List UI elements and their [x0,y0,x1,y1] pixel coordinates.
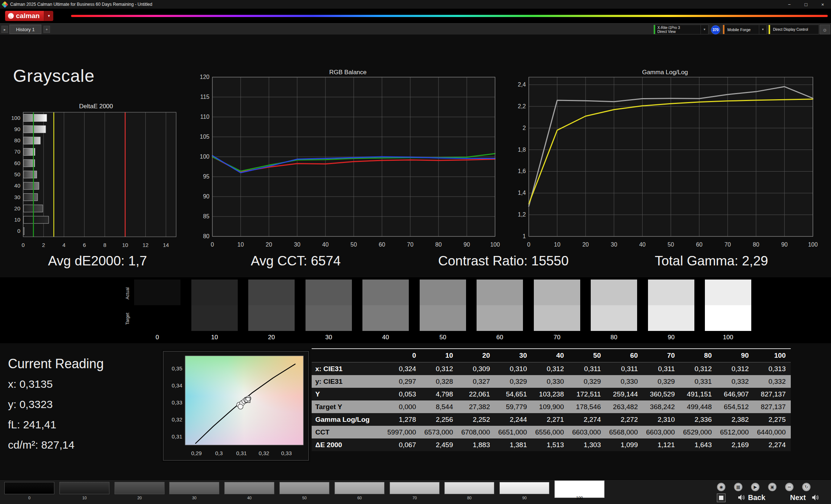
meter-count-badge[interactable]: 370 [711,25,720,34]
cie-xy-chart: 0,290,30,310,320,330,310,320,330,340,35 [163,352,308,460]
table-cell: 0,331 [680,375,717,388]
patch-button-label: 90 [499,496,549,500]
next-speaker-icon [812,494,819,502]
app-menu-caret-icon[interactable]: ▼ [44,11,53,21]
target-patch [477,305,523,331]
patch-button-50[interactable]: 50 [279,480,329,504]
loop-icon[interactable]: ∞ [785,483,794,491]
add-history-button[interactable]: + [43,26,50,33]
table-cell: 1,278 [384,413,421,426]
patch-button-70[interactable]: 70 [390,480,440,504]
save-icon[interactable]: ▣ [768,483,777,491]
patch-button-label: 0 [4,496,54,500]
table-cell: 2,310 [643,413,680,426]
meter-dropdown[interactable]: X-Rite i1Pro 3 Direct View ▼ [653,25,709,34]
svg-text:30: 30 [294,242,300,248]
svg-text:1,8: 1,8 [518,147,526,153]
svg-text:70: 70 [724,242,731,248]
actual-patch [306,280,352,305]
preview-window-button[interactable] [717,494,726,502]
svg-text:0,31: 0,31 [236,450,247,456]
stat-total-gamma: Total Gamma: 2,29 [655,253,768,269]
svg-text:50: 50 [350,242,357,248]
reading-x: x: 0,3135 [8,378,53,390]
cie-chart-panel: 0,290,30,310,320,330,310,320,330,340,35 [163,351,309,461]
display-control-dropdown[interactable]: Direct Display Control [768,25,819,34]
table-cell: 0,313 [754,362,791,375]
maximize-button[interactable]: □ [798,0,814,9]
table-cell: 0,329 [495,375,532,388]
close-button[interactable]: × [814,0,831,9]
svg-text:0: 0 [22,242,25,248]
table-cell: 0,312 [421,362,458,375]
history-expand-button[interactable]: ▸ [1,26,8,33]
table-cell: 6603,000 [643,426,680,438]
actual-patch [134,280,180,305]
patch-chip [224,482,274,494]
patch-button-10[interactable]: 10 [59,480,109,504]
table-cell: 0,327 [458,375,495,388]
table-cell: 0,328 [421,375,458,388]
display-control-name: Direct Display Control [770,28,811,32]
patch-button-0[interactable]: 0 [4,480,54,504]
calman-logo[interactable]: calman ▼ [5,11,53,21]
svg-text:10: 10 [14,217,20,223]
actual-patch [648,280,694,305]
back-speaker-icon [738,494,745,502]
minimize-button[interactable]: − [781,0,798,9]
source-dropdown[interactable]: Mobile Forge ▼ [723,25,767,34]
table-cell: 1,099 [606,438,643,451]
back-button[interactable]: Back [748,494,765,502]
svg-text:70: 70 [14,148,20,155]
refresh-icon[interactable]: ↻ [802,483,811,491]
svg-text:100: 100 [808,242,818,248]
table-header-cell: 100 [754,349,791,362]
actual-patch [362,280,409,305]
table-cell: 2,336 [680,413,717,426]
table-cell: 0,329 [569,375,606,388]
patch-button-100[interactable]: 100 [554,480,604,504]
target-patch [534,305,580,331]
patch-button-90[interactable]: 90 [499,480,549,504]
table-row-label: Y [312,388,384,400]
camera-icon[interactable]: ◉ [717,483,726,491]
patch-button-80[interactable]: 80 [444,480,494,504]
table-header-cell: 20 [458,349,495,362]
measurement-table: 0102030405060708090100x: CIE310,3240,312… [312,348,791,451]
table-cell: 0,310 [495,362,532,375]
svg-text:0,34: 0,34 [172,382,182,388]
table-header-cell: 90 [717,349,754,362]
history-tab[interactable]: History 1 [9,25,41,34]
svg-text:10: 10 [554,242,561,248]
chevron-down-icon: ▼ [701,25,708,34]
target-patch [648,305,694,331]
svg-text:100: 100 [200,154,209,160]
svg-text:0,33: 0,33 [281,450,292,456]
table-cell: 259,144 [606,388,643,400]
svg-text:2,2: 2,2 [518,103,526,109]
table-cell: 27,382 [458,400,495,413]
next-button[interactable]: Next [790,494,806,502]
svg-text:1,6: 1,6 [518,168,526,174]
patch-button-20[interactable]: 20 [115,480,165,504]
svg-text:120: 120 [200,74,209,80]
target-patch [306,305,352,331]
actual-patch [248,280,295,305]
archive-icon[interactable]: ▦ [734,483,743,491]
table-cell: 491,151 [680,388,717,400]
table-cell: 6651,000 [495,426,532,438]
table-cell: 2,382 [717,413,754,426]
play-icon[interactable]: ▶ [751,483,760,491]
table-cell: 54,651 [495,388,532,400]
patch-button-60[interactable]: 60 [335,480,385,504]
patch-chip [335,482,385,494]
settings-gear-icon[interactable]: ☼ [820,25,830,34]
patch-button-40[interactable]: 40 [224,480,274,504]
patch-button-30[interactable]: 30 [169,480,219,504]
svg-text:0,33: 0,33 [172,399,182,406]
svg-text:60: 60 [379,242,385,248]
svg-text:0,29: 0,29 [191,450,201,456]
svg-text:80: 80 [14,137,20,143]
patch-chip [115,482,165,494]
table-cell: 109,900 [532,400,569,413]
